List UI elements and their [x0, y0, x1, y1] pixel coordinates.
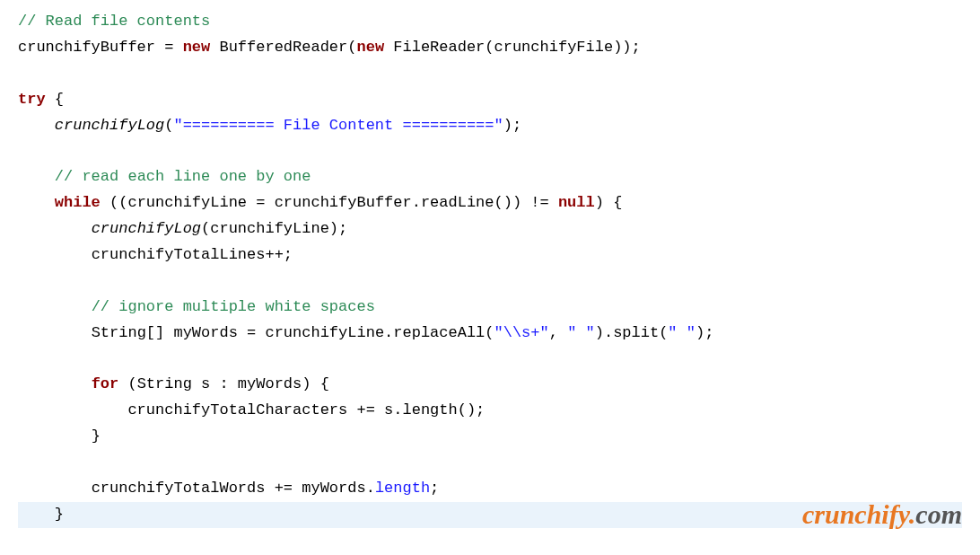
mywords-decl-1: String[] myWords = crunchifyLine.replace…	[92, 324, 494, 341]
line-end: );	[503, 117, 521, 134]
keyword-null: null	[558, 194, 595, 211]
keyword-new-1: new	[183, 39, 211, 56]
total-words-2: ;	[430, 480, 439, 497]
mywords-decl-3: ).split(	[595, 324, 669, 341]
code-line-2-bufreader: BufferedReader(	[210, 39, 356, 56]
brand-main: crunchify	[802, 499, 909, 529]
total-lines-incr: crunchifyTotalLines++;	[92, 246, 293, 263]
code-line-2-filereader: FileReader(crunchifyFile));	[384, 39, 641, 56]
paren: (	[164, 117, 173, 134]
mywords-decl-4: );	[696, 324, 713, 341]
func-crunchifylog-2: crunchifyLog	[92, 220, 201, 237]
keyword-while: while	[55, 194, 101, 211]
code-line-2-var: crunchifyBuffer	[18, 39, 164, 56]
func-crunchifylog-1: crunchifyLog	[55, 117, 164, 134]
indent	[18, 401, 127, 418]
comment-ignore-whitespace: // ignore multiple white spaces	[92, 298, 375, 315]
indent	[18, 117, 55, 134]
code-line-2-eq: =	[164, 39, 182, 56]
keyword-try: try	[18, 91, 46, 108]
string-space-1: " "	[567, 324, 595, 341]
keyword-for: for	[92, 375, 119, 392]
log-arg: (crunchifyLine);	[201, 220, 347, 237]
brand-watermark: crunchify.com	[802, 491, 962, 537]
total-words-1: crunchifyTotalWords += myWords.	[92, 480, 375, 497]
indent	[18, 298, 92, 315]
while-end: ) {	[595, 194, 623, 211]
comment-read-each-line: // read each line one by one	[55, 168, 311, 185]
indent	[18, 194, 55, 211]
brand-ext: com	[915, 499, 962, 529]
for-header: (String s : myWords) {	[118, 375, 329, 392]
comment-read-file: // Read file contents	[18, 13, 210, 30]
code-block: // Read file contents crunchifyBuffer = …	[18, 9, 962, 528]
indent	[18, 427, 92, 445]
string-file-content: "========== File Content =========="	[173, 117, 503, 134]
total-chars-stmt: crunchifyTotalCharacters += s.length();	[127, 401, 485, 418]
while-close: }	[55, 506, 64, 523]
string-regex: "\\s+"	[494, 324, 549, 341]
indent	[18, 168, 55, 185]
while-cond: ((crunchifyLine = crunchifyBuffer.readLi…	[101, 194, 558, 211]
keyword-new-2: new	[356, 39, 384, 56]
string-space-2: " "	[668, 324, 696, 341]
mywords-decl-2: ,	[549, 324, 567, 341]
length-prop: length	[375, 480, 430, 497]
indent	[18, 375, 92, 392]
indent	[18, 324, 92, 341]
indent	[18, 480, 92, 497]
code-line-4-brace: {	[46, 91, 64, 108]
for-close: }	[92, 427, 101, 445]
indent	[18, 506, 55, 523]
indent	[18, 246, 92, 263]
indent	[18, 220, 92, 237]
